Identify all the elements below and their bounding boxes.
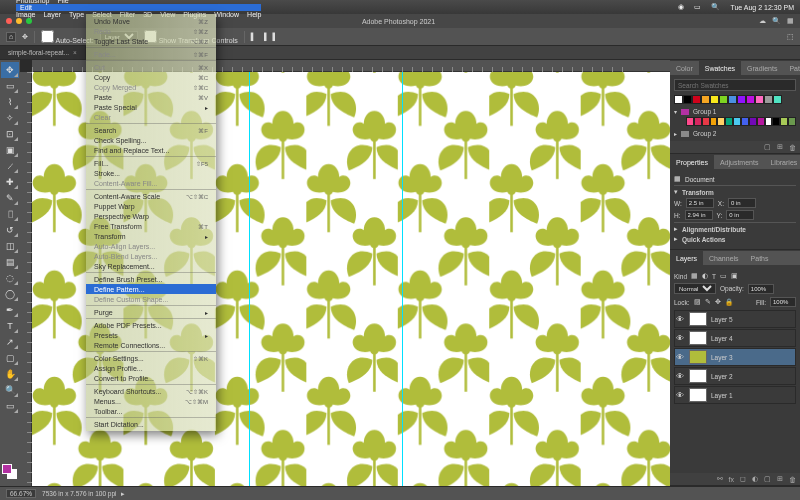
tab-layers[interactable]: Layers [670, 251, 703, 265]
menu-item-copy[interactable]: Copy⌘C [86, 72, 216, 82]
close-icon[interactable] [6, 18, 12, 24]
frame-tool[interactable]: ▣ [1, 142, 19, 158]
layer-row[interactable]: 👁Layer 1 [674, 386, 796, 404]
chevron-right-icon[interactable]: ▸ [674, 235, 678, 243]
layer-thumbnail[interactable] [689, 312, 707, 326]
menu-item-fill[interactable]: Fill...⇧F5 [86, 158, 216, 168]
history-tool[interactable]: ↺ [1, 222, 19, 238]
swatch[interactable] [701, 95, 710, 104]
cloud-icon[interactable]: ☁ [759, 17, 766, 25]
menu-file[interactable]: File [57, 0, 68, 4]
tab-swatches[interactable]: Swatches [699, 61, 741, 75]
menu-item-define-brush-preset[interactable]: Define Brush Preset... [86, 274, 216, 284]
menu-image[interactable]: Image [16, 11, 35, 18]
menu-item-remote-connections[interactable]: Remote Connections... [86, 340, 216, 350]
swatch-group-1[interactable]: ▾Group 1 [674, 108, 796, 115]
swatch[interactable] [725, 117, 733, 126]
x-field[interactable] [728, 198, 756, 208]
visibility-icon[interactable]: 👁 [675, 334, 685, 343]
new-layer-icon[interactable]: ⊞ [777, 475, 783, 483]
move-tool[interactable]: ✥ [1, 62, 19, 78]
menu-item-free-transform[interactable]: Free Transform⌘T [86, 221, 216, 231]
y-field[interactable] [726, 210, 754, 220]
rect-marquee-tool[interactable]: ▭ [1, 78, 19, 94]
swatch[interactable] [746, 95, 755, 104]
menubar-battery-icon[interactable]: ▭ [694, 3, 701, 11]
eyedrop-tool[interactable]: ⟋ [1, 158, 19, 174]
tab-properties[interactable]: Properties [670, 155, 714, 169]
new-swatch-icon[interactable]: ⊞ [777, 143, 783, 151]
menu-item-content-aware-scale[interactable]: Content-Aware Scale⌥⇧⌘C [86, 191, 216, 201]
swatch[interactable] [694, 117, 702, 126]
fill-field[interactable] [770, 297, 796, 307]
menu-help[interactable]: Help [247, 11, 261, 18]
swatch[interactable] [717, 117, 725, 126]
menu-item-transform[interactable]: Transform▸ [86, 231, 216, 241]
menubar-wifi-icon[interactable]: ◉ [678, 3, 684, 11]
zoom-tool[interactable]: 🔍 [1, 382, 19, 398]
lock-pixels-icon[interactable]: ✎ [705, 298, 711, 306]
heal-tool[interactable]: ✚ [1, 174, 19, 190]
align-left-icon[interactable]: ▌ [251, 33, 256, 40]
swatch[interactable] [788, 117, 796, 126]
filter-shape-icon[interactable]: ▭ [720, 272, 727, 280]
menu-edit[interactable]: Edit [16, 4, 261, 11]
swatch[interactable] [757, 117, 765, 126]
brush-tool[interactable]: ✎ [1, 190, 19, 206]
menu-item-sky-replacement[interactable]: Sky Replacement... [86, 261, 216, 271]
window-controls[interactable] [0, 18, 38, 24]
swatch[interactable] [741, 117, 749, 126]
width-field[interactable] [686, 198, 714, 208]
vertical-guide[interactable] [402, 72, 403, 486]
document-tab[interactable]: simple-floral-repeat... × [0, 46, 86, 59]
menu-item-convert-to-profile[interactable]: Convert to Profile... [86, 373, 216, 383]
menu-item-toggle-last-state[interactable]: Toggle Last State⌥⌘Z [86, 36, 216, 46]
menu-item-paste[interactable]: Paste⌘V [86, 92, 216, 102]
blend-mode-dropdown[interactable]: Normal [674, 283, 716, 294]
swatch[interactable] [764, 95, 773, 104]
layer-mask-icon[interactable]: ◻ [740, 475, 746, 483]
chevron-down-icon[interactable]: ▾ [674, 188, 678, 196]
dodge-tool[interactable]: ◯ [1, 286, 19, 302]
tab-gradients[interactable]: Gradients [741, 61, 783, 75]
search-app-icon[interactable]: 🔍 [772, 17, 781, 25]
chevron-right-icon[interactable]: ▸ [674, 225, 678, 233]
pen-tool[interactable]: ✒ [1, 302, 19, 318]
swatch[interactable] [719, 95, 728, 104]
align-center-icon[interactable]: ▐ [262, 33, 267, 40]
menu-window[interactable]: Window [214, 11, 239, 18]
adjustment-layer-icon[interactable]: ◐ [752, 475, 758, 483]
swatch[interactable] [755, 95, 764, 104]
swatch[interactable] [710, 117, 718, 126]
crop-tool[interactable]: ⊡ [1, 126, 19, 142]
vertical-guide[interactable] [249, 72, 250, 486]
eraser-tool[interactable]: ◫ [1, 238, 19, 254]
lock-transparent-icon[interactable]: ▨ [694, 298, 701, 306]
new-folder-icon[interactable]: ▢ [764, 143, 771, 151]
screen-tool[interactable]: ▭ [1, 398, 19, 414]
layer-row[interactable]: 👁Layer 3 [674, 348, 796, 366]
swatch[interactable] [780, 117, 788, 126]
visibility-icon[interactable]: 👁 [675, 372, 685, 381]
layer-row[interactable]: 👁Layer 2 [674, 367, 796, 385]
menu-item-start-dictation[interactable]: Start Dictation... [86, 419, 216, 429]
swatch[interactable] [686, 117, 694, 126]
swatch[interactable] [737, 95, 746, 104]
swatch[interactable] [749, 117, 757, 126]
zoom-field[interactable]: 66.67% [6, 489, 36, 498]
menu-item-perspective-warp[interactable]: Perspective Warp [86, 211, 216, 221]
swatch[interactable] [773, 95, 782, 104]
menu-item-adobe-pdf-presets[interactable]: Adobe PDF Presets... [86, 320, 216, 330]
menu-item-toolbar[interactable]: Toolbar... [86, 406, 216, 416]
tab-channels[interactable]: Channels [703, 251, 745, 265]
lock-all-icon[interactable]: 🔒 [725, 298, 733, 306]
minimize-icon[interactable] [16, 18, 22, 24]
move-tool-icon[interactable]: ✥ [22, 33, 28, 41]
close-tab-icon[interactable]: × [73, 49, 77, 56]
menu-item-undo-move[interactable]: Undo Move⌘Z [86, 16, 216, 26]
visibility-icon[interactable]: 👁 [675, 391, 685, 400]
path-tool[interactable]: ↗ [1, 334, 19, 350]
tab-color[interactable]: Color [670, 61, 699, 75]
swatch[interactable] [733, 117, 741, 126]
menu-item-keyboard-shortcuts[interactable]: Keyboard Shortcuts...⌥⇧⌘K [86, 386, 216, 396]
